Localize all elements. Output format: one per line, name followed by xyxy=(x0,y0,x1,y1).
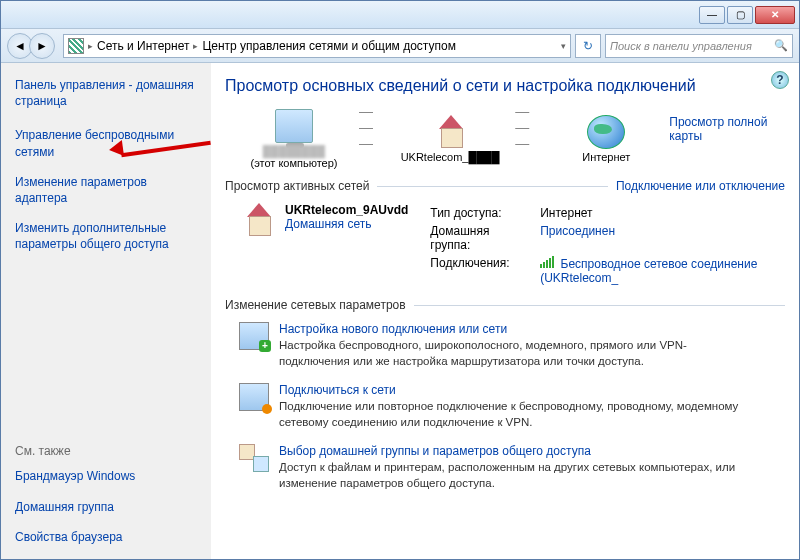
section-change-settings: Изменение сетевых параметров xyxy=(225,298,785,312)
new-connection-icon xyxy=(239,322,269,350)
control-panel-icon xyxy=(68,38,84,54)
homegroup-icon xyxy=(239,444,269,472)
signal-icon xyxy=(540,256,554,268)
content: Панель управления - домашняя страница Уп… xyxy=(1,63,799,559)
house-icon xyxy=(239,203,271,237)
computer-icon xyxy=(275,109,313,143)
arrow-right-icon: ► xyxy=(36,39,48,53)
search-input[interactable]: Поиск в панели управления 🔍 xyxy=(605,34,793,58)
section-active-networks: Просмотр активных сетей Подключение или … xyxy=(225,179,785,193)
sidebar-see-also: См. также xyxy=(15,444,197,458)
address-bar: ◄ ► ▸ Сеть и Интернет ▸ Центр управления… xyxy=(1,29,799,63)
window: — ▢ ✕ ◄ ► ▸ Сеть и Интернет ▸ Центр упра… xyxy=(0,0,800,560)
section-title: Изменение сетевых параметров xyxy=(225,298,406,312)
prop-connections-label: Подключения: xyxy=(424,255,532,286)
search-icon: 🔍 xyxy=(774,39,788,52)
breadcrumb-item[interactable]: Сеть и Интернет xyxy=(97,39,189,53)
task-homegroup: Выбор домашней группы и параметров общег… xyxy=(239,444,785,491)
task-desc: Подключение или повторное подключение к … xyxy=(279,399,739,430)
prop-access-label: Тип доступа: xyxy=(424,205,532,221)
connector-icon: — — — xyxy=(515,103,541,151)
sidebar-footer-firewall[interactable]: Брандмауэр Windows xyxy=(15,468,197,484)
forward-button[interactable]: ► xyxy=(29,33,55,59)
connect-disconnect-link[interactable]: Подключение или отключение xyxy=(616,179,785,193)
window-buttons: — ▢ ✕ xyxy=(699,6,795,24)
sidebar: Панель управления - домашняя страница Уп… xyxy=(1,63,211,559)
task-link[interactable]: Подключиться к сети xyxy=(279,383,739,397)
node-pc-sub: (этот компьютер) xyxy=(250,157,337,169)
main-panel: ? Просмотр основных сведений о сети и на… xyxy=(211,63,799,559)
node-network[interactable]: UKRtelecom_████ xyxy=(395,115,505,163)
sidebar-footer: См. также Брандмауэр Windows Домашняя гр… xyxy=(15,444,197,549)
node-this-pc[interactable]: ████████ (этот компьютер) xyxy=(239,109,349,169)
chevron-right-icon: ▸ xyxy=(193,41,198,51)
maximize-button[interactable]: ▢ xyxy=(727,6,753,24)
titlebar: — ▢ ✕ xyxy=(1,1,799,29)
house-icon xyxy=(431,115,469,149)
task-link[interactable]: Выбор домашней группы и параметров общег… xyxy=(279,444,739,458)
network-map: ████████ (этот компьютер) — — — UKRtelec… xyxy=(225,109,785,169)
minimize-button[interactable]: — xyxy=(699,6,725,24)
active-network-props: Тип доступа: Интернет Домашняя группа: П… xyxy=(422,203,785,288)
chevron-right-icon: ▸ xyxy=(88,41,93,51)
sidebar-footer-browser[interactable]: Свойства браузера xyxy=(15,529,197,545)
task-desc: Настройка беспроводного, широкополосного… xyxy=(279,338,739,369)
breadcrumb-item[interactable]: Центр управления сетями и общим доступом xyxy=(202,39,456,53)
arrow-left-icon: ◄ xyxy=(14,39,26,53)
page-title: Просмотр основных сведений о сети и наст… xyxy=(225,77,785,95)
node-internet-label: Интернет xyxy=(582,151,630,163)
sidebar-footer-homegroup[interactable]: Домашняя группа xyxy=(15,499,197,515)
nav-buttons: ◄ ► xyxy=(7,33,59,59)
task-new-connection: Настройка нового подключения или сети На… xyxy=(239,322,785,369)
task-connect-network: Подключиться к сети Подключение или повт… xyxy=(239,383,785,430)
sidebar-link-wireless[interactable]: Управление беспроводными сетями xyxy=(15,127,197,159)
connector-icon: — — — xyxy=(359,103,385,151)
sidebar-link-adapter[interactable]: Изменение параметров адаптера xyxy=(15,174,197,206)
node-network-name: UKRtelecom_████ xyxy=(401,151,500,163)
task-desc: Доступ к файлам и принтерам, расположенн… xyxy=(279,460,739,491)
divider xyxy=(377,186,608,187)
task-link[interactable]: Настройка нового подключения или сети xyxy=(279,322,739,336)
node-internet[interactable]: Интернет xyxy=(551,115,661,163)
active-network-name: UKRtelecom_9AUvdd xyxy=(285,203,408,217)
search-placeholder: Поиск в панели управления xyxy=(610,40,752,52)
breadcrumb[interactable]: ▸ Сеть и Интернет ▸ Центр управления сет… xyxy=(63,34,571,58)
divider xyxy=(414,305,785,306)
chevron-down-icon[interactable]: ▾ xyxy=(561,41,566,51)
help-button[interactable]: ? xyxy=(771,71,789,89)
sidebar-link-sharing[interactable]: Изменить дополнительные параметры общего… xyxy=(15,220,197,252)
prop-homegroup-label: Домашняя группа: xyxy=(424,223,532,253)
node-pc-name: ████████ xyxy=(263,145,325,157)
active-network: UKRtelecom_9AUvdd Домашняя сеть Тип дост… xyxy=(239,203,785,288)
prop-homegroup-link[interactable]: Присоединен xyxy=(540,224,615,238)
refresh-button[interactable]: ↻ xyxy=(575,34,601,58)
close-button[interactable]: ✕ xyxy=(755,6,795,24)
globe-icon xyxy=(587,115,625,149)
section-title: Просмотр активных сетей xyxy=(225,179,369,193)
active-network-type-link[interactable]: Домашняя сеть xyxy=(285,217,371,231)
prop-access-value: Интернет xyxy=(534,205,783,221)
network-map-nodes: ████████ (этот компьютер) — — — UKRtelec… xyxy=(239,109,661,169)
full-map-link[interactable]: Просмотр полной карты xyxy=(669,109,785,143)
refresh-icon: ↻ xyxy=(583,39,593,53)
prop-connection-link[interactable]: Беспроводное сетевое соединение (UKRtele… xyxy=(540,257,757,285)
connect-network-icon xyxy=(239,383,269,411)
active-network-info: UKRtelecom_9AUvdd Домашняя сеть xyxy=(285,203,408,288)
sidebar-home-link[interactable]: Панель управления - домашняя страница xyxy=(15,77,197,109)
